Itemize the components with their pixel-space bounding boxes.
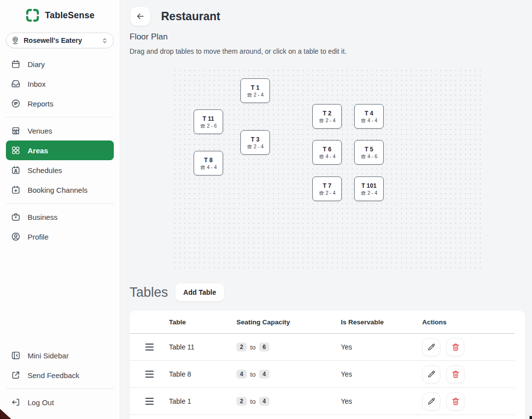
floor-plan-title: Floor Plan (130, 32, 532, 42)
floor-table-name: T 101 (362, 182, 377, 189)
actions-cell (422, 338, 515, 356)
chevron-up-down-icon (101, 37, 108, 44)
floor-table-name: T 11 (202, 115, 214, 122)
table-row: Table 84to4Yes (130, 361, 515, 388)
venue-name: Rosewell's Eatery (24, 36, 97, 44)
user-circle-icon (11, 232, 21, 242)
drag-handle-icon[interactable] (145, 371, 154, 378)
delete-table-button[interactable] (446, 392, 465, 411)
floor-table-capacity: 4 - 4 (200, 165, 217, 170)
venue-selector[interactable]: Rosewell's Eatery (6, 33, 114, 48)
edit-table-button[interactable] (422, 338, 440, 356)
capacity-min-badge: 4 (236, 370, 247, 379)
calendar-person-icon (11, 165, 21, 175)
table-row: Table 112to6Yes (130, 334, 515, 361)
tables-card: Table Seating Capacity Is Reservable Act… (130, 311, 525, 419)
inbox-icon (11, 79, 21, 89)
floor-table-t2[interactable]: T 22 - 4 (312, 104, 342, 129)
sidebar: TableSense Rosewell's Eatery DiaryInboxR… (0, 0, 120, 419)
sidebar-item-booking-channels[interactable]: Booking Channels (6, 180, 114, 200)
sidebar-item-label: Profile (28, 233, 49, 241)
floor-table-t5[interactable]: T 54 - 6 (354, 140, 384, 165)
trash-icon (451, 343, 460, 351)
back-button[interactable] (131, 7, 150, 26)
sidebar-item-label: Booking Channels (28, 186, 88, 194)
table-name: Table 8 (169, 370, 236, 378)
delete-table-button[interactable] (446, 365, 465, 384)
actions-cell (422, 392, 515, 411)
pencil-icon (427, 397, 436, 406)
floor-table-t4[interactable]: T 44 - 4 (354, 104, 384, 129)
brand: TableSense (6, 7, 114, 28)
trash-icon (451, 397, 460, 406)
is-reservable-value: Yes (341, 397, 422, 405)
capacity-min-badge: 2 (236, 343, 247, 351)
floor-plan-description: Drag and drop tables to move them around… (130, 47, 532, 55)
floor-table-capacity-value: 2 - 4 (254, 144, 264, 149)
collapse-sidebar-icon (11, 350, 21, 360)
edit-table-button[interactable] (422, 392, 440, 411)
floor-table-capacity-value: 4 - 6 (367, 154, 377, 159)
screen-corner-artifact (530, 416, 532, 419)
delete-table-button[interactable] (446, 338, 465, 356)
drag-handle-icon[interactable] (145, 344, 154, 351)
sidebar-item-send-feedback[interactable]: Send Feedback (6, 365, 114, 385)
sidebar-item-inbox[interactable]: Inbox (6, 74, 114, 94)
sidebar-item-venues[interactable]: Venues (6, 121, 114, 140)
sidebar-item-log-out[interactable]: Log Out (6, 392, 114, 412)
grid-icon (11, 145, 21, 155)
calendar-plus-icon (11, 185, 21, 195)
sidebar-item-profile[interactable]: Profile (6, 227, 114, 246)
sidebar-item-diary[interactable]: Diary (6, 54, 114, 74)
sidebar-item-schedules[interactable]: Schedules (6, 160, 114, 180)
is-reservable-value: Yes (341, 343, 422, 351)
sidebar-divider (6, 117, 114, 117)
edit-table-button[interactable] (422, 365, 440, 384)
sidebar-item-label: Reports (28, 100, 54, 108)
seating-capacity-cell: 2to4 (236, 397, 341, 406)
floor-table-t101[interactable]: T 1012 - 4 (354, 176, 384, 201)
floor-table-t11[interactable]: T 112 - 6 (194, 109, 223, 134)
tablesense-logo-icon (25, 8, 40, 23)
floor-table-name: T 6 (323, 146, 331, 153)
floor-table-capacity-value: 4 - 4 (367, 118, 377, 123)
actions-cell (422, 365, 515, 384)
floor-table-name: T 3 (251, 136, 259, 143)
sidebar-item-business[interactable]: Business (6, 207, 114, 227)
add-table-button[interactable]: Add Table (175, 283, 224, 301)
tables-title: Tables (130, 285, 168, 300)
floor-table-name: T 4 (365, 110, 373, 117)
external-link-icon (11, 370, 21, 380)
sidebar-item-label: Inbox (28, 80, 46, 88)
storefront-icon (11, 126, 21, 136)
floor-table-t6[interactable]: T 64 - 4 (312, 140, 342, 165)
floor-table-t3[interactable]: T 32 - 4 (240, 130, 270, 155)
sidebar-item-label: Areas (28, 146, 48, 155)
people-icon (361, 118, 366, 123)
capacity-max-badge: 4 (259, 397, 269, 406)
floor-table-t8[interactable]: T 84 - 4 (194, 151, 223, 175)
drag-handle-icon[interactable] (145, 398, 154, 405)
sidebar-item-label: Log Out (28, 398, 54, 407)
sidebar-item-reports[interactable]: Reports (6, 94, 114, 113)
floor-table-capacity-value: 2 - 4 (367, 190, 377, 196)
floor-table-capacity: 2 - 4 (361, 190, 377, 196)
pencil-icon (427, 343, 436, 351)
sidebar-item-label: Schedules (28, 166, 62, 175)
column-table: Table (169, 318, 236, 326)
floor-table-capacity: 4 - 4 (319, 154, 335, 159)
floor-table-t1[interactable]: T 12 - 4 (240, 78, 270, 103)
floor-table-capacity: 2 - 4 (247, 92, 264, 98)
people-icon (200, 165, 205, 170)
floor-table-capacity: 2 - 4 (319, 118, 335, 123)
sidebar-nav: DiaryInboxReportsVenuesAreasSchedulesBoo… (6, 54, 114, 246)
floor-table-t7[interactable]: T 72 - 4 (312, 176, 342, 201)
is-reservable-value: Yes (341, 370, 422, 378)
sidebar-item-areas[interactable]: Areas (6, 140, 114, 160)
sidebar-item-mini-sidebar[interactable]: Mini Sidebar (6, 346, 114, 365)
table-header-row: Table Seating Capacity Is Reservable Act… (130, 311, 515, 334)
people-icon (319, 154, 324, 159)
floor-table-capacity: 2 - 4 (247, 144, 264, 149)
sidebar-footer: Mini SidebarSend FeedbackLog Out (6, 346, 114, 412)
floor-plan-canvas: T 12 - 4T 112 - 6T 32 - 4T 84 - 4T 22 - … (171, 67, 484, 270)
